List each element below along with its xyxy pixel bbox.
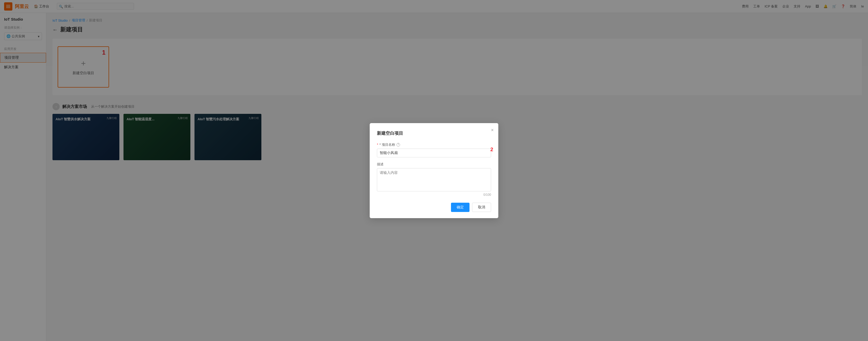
project-desc-input[interactable] xyxy=(377,168,491,191)
project-desc-field: 描述 0/100 xyxy=(377,162,491,197)
modal-footer: 确定 取消 xyxy=(377,203,491,212)
cancel-button[interactable]: 取消 xyxy=(472,203,491,212)
confirm-button[interactable]: 确定 xyxy=(451,203,469,212)
help-icon[interactable]: ? xyxy=(397,143,400,146)
modal: 新建空白项目 × * * 项目名称 ? 2 描述 0/100 确定 取消 xyxy=(370,123,498,218)
project-name-input[interactable] xyxy=(377,149,491,158)
project-name-label: * * 项目名称 ? xyxy=(377,142,491,147)
modal-overlay[interactable]: 新建空白项目 × * * 项目名称 ? 2 描述 0/100 确定 取消 xyxy=(0,0,868,341)
modal-title: 新建空白项目 xyxy=(377,130,491,136)
required-mark: * xyxy=(377,143,378,146)
project-name-field: * * 项目名称 ? 2 xyxy=(377,142,491,158)
project-desc-label: 描述 xyxy=(377,162,491,167)
char-count: 0/100 xyxy=(377,193,491,197)
step-number-2: 2 xyxy=(490,146,493,152)
modal-close-button[interactable]: × xyxy=(491,128,494,132)
